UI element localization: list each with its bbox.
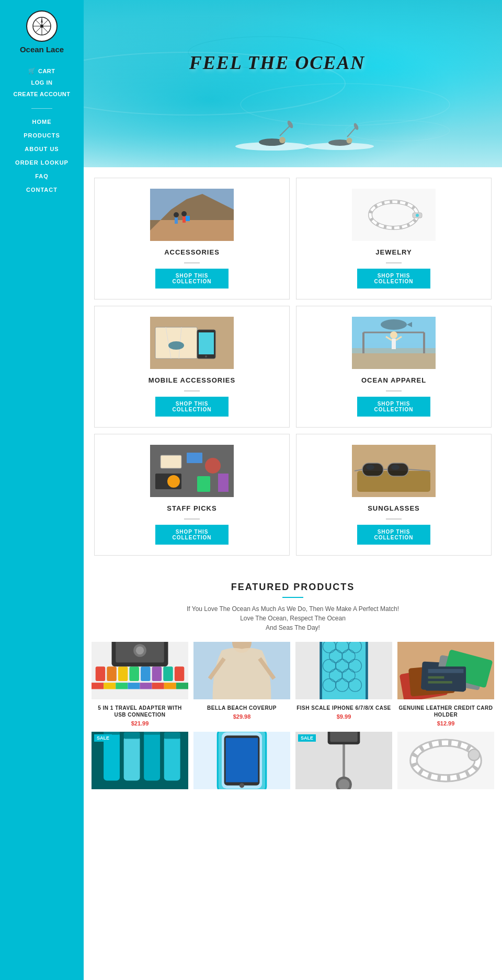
svg-point-13 (279, 137, 286, 143)
svg-rect-122 (428, 676, 444, 679)
svg-rect-39 (199, 332, 214, 354)
sidebar: Ocean Lace 🛒 CART LOG IN CREATE ACCOUNT … (0, 0, 84, 980)
svg-line-14 (280, 125, 290, 136)
collection-img-sunglasses (352, 445, 436, 497)
svg-point-48 (390, 331, 397, 339)
collection-card-ocean-apparel: OCEAN APPAREL SHOP THIS COLLECTION (296, 306, 492, 428)
svg-rect-29 (352, 189, 436, 241)
svg-rect-77 (129, 666, 139, 681)
svg-rect-75 (107, 666, 117, 681)
svg-rect-89 (176, 683, 188, 689)
svg-point-52 (381, 319, 407, 330)
collection-title-sunglasses: SUNGLASSES (368, 504, 420, 512)
svg-rect-46 (423, 332, 425, 353)
svg-rect-84 (116, 683, 128, 689)
svg-rect-121 (428, 669, 464, 673)
product-card-row2-4 (397, 732, 494, 794)
collection-divider-6 (386, 518, 402, 520)
svg-rect-85 (128, 683, 140, 689)
shop-staff-picks-btn[interactable]: SHOP THIS COLLECTION (155, 525, 229, 545)
collection-title-jewelry: JEWELRY (375, 248, 412, 256)
product-card-leather: GENUINE LEATHER CREDIT CARD HOLDER $12.9… (397, 642, 494, 727)
collection-divider-3 (184, 390, 200, 391)
svg-rect-131 (144, 732, 160, 735)
svg-rect-45 (362, 332, 364, 353)
product-price-travel: $21.99 (131, 720, 149, 727)
shop-accessories-btn[interactable]: SHOP THIS COLLECTION (155, 269, 229, 289)
product-name-travel: 5 IN 1 TRAVEL ADAPTER WITH USB CONNECTIO… (92, 705, 188, 718)
cart-link[interactable]: 🛒 CART (28, 65, 55, 77)
product-name-leather: GENUINE LEATHER CREDIT CARD HOLDER (397, 705, 494, 718)
collection-img-mobile (150, 317, 234, 369)
svg-rect-28 (186, 216, 190, 221)
svg-rect-65 (387, 463, 408, 476)
product-card-row2-2 (193, 732, 290, 794)
svg-rect-78 (141, 666, 151, 681)
collection-card-accessories: ACCESSORIES SHOP THIS COLLECTION (94, 178, 290, 299)
nav-faq[interactable]: FAQ (0, 169, 84, 183)
svg-rect-86 (140, 683, 152, 689)
collection-divider-5 (184, 518, 200, 520)
product-card-row2-3: SALE (295, 732, 392, 794)
logo-area: Ocean Lace (20, 10, 64, 54)
product-name-bella: BELLA BEACH COVERUP (207, 705, 277, 711)
product-img-row2-1: SALE (92, 732, 188, 789)
logo-text: Ocean Lace (20, 45, 64, 54)
svg-rect-88 (164, 683, 176, 689)
collection-img-staff-picks (150, 445, 234, 497)
product-img-row2-3: SALE (295, 732, 392, 789)
collection-title-ocean-apparel: OCEAN APPAREL (361, 376, 426, 384)
nav-order-lookup[interactable]: ORDER LOOKUP (0, 156, 84, 169)
collection-title-staff-picks: STAFF PICKS (167, 504, 216, 512)
svg-rect-87 (152, 683, 164, 689)
svg-rect-126 (124, 736, 140, 781)
svg-rect-49 (392, 339, 396, 349)
svg-rect-80 (163, 666, 173, 681)
svg-point-5 (40, 25, 43, 28)
svg-rect-64 (362, 463, 383, 476)
svg-rect-132 (164, 732, 180, 739)
svg-line-19 (347, 128, 356, 137)
login-link[interactable]: LOG IN (31, 77, 53, 88)
svg-rect-83 (104, 683, 116, 689)
svg-rect-56 (187, 453, 202, 463)
hero-banner: FEEL THE OCEAN (84, 0, 502, 167)
svg-rect-142 (330, 732, 357, 742)
main-content: FEEL THE OCEAN (84, 0, 502, 980)
nav-about[interactable]: ABOUT US (0, 142, 84, 156)
featured-desc-2: Love The Ocean, Respect The Ocean (92, 615, 494, 622)
nav-contact[interactable]: CONTACT (0, 183, 84, 197)
create-account-link[interactable]: CREATE ACCOUNT (13, 88, 70, 100)
svg-rect-123 (428, 681, 452, 684)
svg-point-93 (136, 647, 144, 654)
product-img-row2-4 (397, 732, 494, 789)
collection-card-sunglasses: SUNGLASSES SHOP THIS COLLECTION (296, 434, 492, 556)
logo-icon (26, 10, 58, 42)
featured-section: FEATURED PRODUCTS If You Love The Ocean … (84, 566, 502, 810)
nav-products[interactable]: PRODUCTS (0, 129, 84, 142)
svg-point-138 (239, 783, 244, 788)
svg-point-18 (347, 138, 352, 144)
nav-home[interactable]: HOME (0, 115, 84, 129)
product-name-fish-case: FISH SCALE IPHONE 6/7/8/X CASE (296, 705, 391, 711)
svg-point-33 (416, 214, 419, 217)
product-card-fish-case: FISH SCALE IPHONE 6/7/8/X CASE $9.99 (295, 642, 392, 727)
shop-jewelry-btn[interactable]: SHOP THIS COLLECTION (357, 269, 430, 289)
collections-grid: ACCESSORIES SHOP THIS COLLECTION (89, 178, 497, 556)
svg-rect-130 (124, 732, 140, 739)
svg-point-148 (469, 749, 480, 760)
svg-rect-25 (175, 217, 178, 224)
shop-sunglasses-btn[interactable]: SHOP THIS COLLECTION (357, 525, 430, 545)
featured-desc-3: And Seas The Day! (92, 624, 494, 631)
collection-card-staff-picks: STAFF PICKS SHOP THIS COLLECTION (94, 434, 290, 556)
svg-rect-27 (182, 216, 186, 223)
svg-rect-79 (152, 666, 162, 681)
svg-rect-55 (161, 455, 181, 468)
collection-img-jewelry (352, 189, 436, 241)
sale-badge-2: SALE (298, 734, 316, 742)
shop-ocean-apparel-btn[interactable]: SHOP THIS COLLECTION (357, 397, 430, 417)
svg-rect-82 (92, 683, 104, 689)
shop-mobile-btn[interactable]: SHOP THIS COLLECTION (155, 397, 229, 417)
product-img-bella (193, 642, 290, 699)
collection-img-ocean-apparel (352, 317, 436, 369)
